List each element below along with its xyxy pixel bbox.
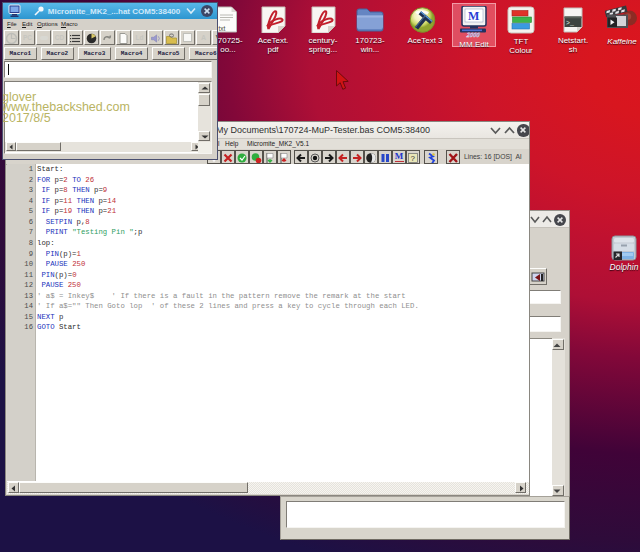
svg-text:M: M — [468, 9, 479, 23]
svg-text:?: ? — [411, 154, 416, 163]
svg-text:>_: >_ — [566, 20, 574, 27]
svg-text:txt: txt — [219, 25, 226, 32]
svg-text:2000: 2000 — [465, 32, 481, 39]
